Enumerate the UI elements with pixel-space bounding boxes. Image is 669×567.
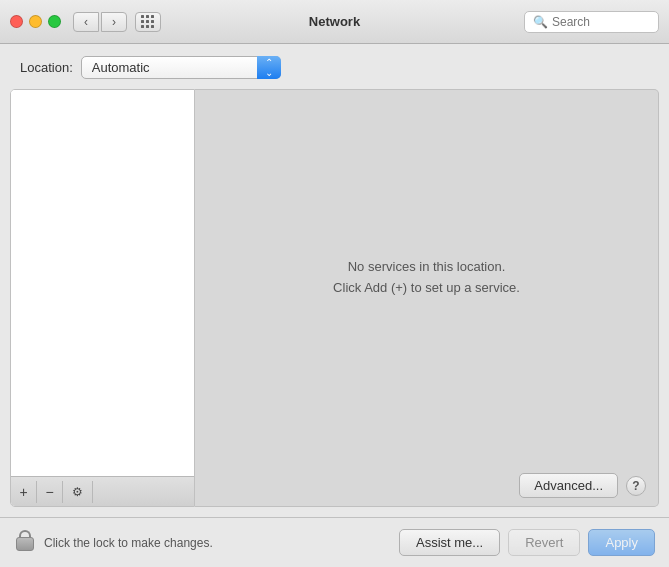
titlebar: ‹ › Network 🔍: [0, 0, 669, 44]
main-content: Location: Automatic Edit Locations... ⌃⌄…: [0, 44, 669, 567]
search-icon: 🔍: [533, 15, 548, 29]
help-button[interactable]: ?: [626, 476, 646, 496]
bottom-buttons: Assist me... Revert Apply: [399, 529, 655, 556]
location-select[interactable]: Automatic Edit Locations...: [81, 56, 281, 79]
grid-view-button[interactable]: [135, 12, 161, 32]
list-controls: + − ⚙: [11, 476, 194, 506]
minimize-button[interactable]: [29, 15, 42, 28]
services-list: [11, 90, 194, 476]
advanced-button[interactable]: Advanced...: [519, 473, 618, 498]
bottom-bar: Click the lock to make changes. Assist m…: [0, 517, 669, 567]
apply-button[interactable]: Apply: [588, 529, 655, 556]
lock-body: [16, 537, 34, 551]
lock-text: Click the lock to make changes.: [44, 536, 399, 550]
window-title: Network: [309, 14, 360, 29]
maximize-button[interactable]: [48, 15, 61, 28]
assist-me-button[interactable]: Assist me...: [399, 529, 500, 556]
location-select-wrapper[interactable]: Automatic Edit Locations... ⌃⌄: [81, 56, 281, 79]
panel-area: + − ⚙ No services in this location. Clic…: [0, 89, 669, 517]
nav-buttons: ‹ ›: [73, 12, 127, 32]
lock-icon[interactable]: [14, 530, 36, 556]
grid-icon: [141, 15, 155, 29]
search-bar[interactable]: 🔍: [524, 11, 659, 33]
revert-button[interactable]: Revert: [508, 529, 580, 556]
add-service-button[interactable]: +: [11, 481, 37, 503]
location-label: Location:: [20, 60, 73, 75]
empty-line2: Click Add (+) to set up a service.: [333, 278, 520, 299]
empty-line1: No services in this location.: [348, 257, 506, 278]
service-options-button[interactable]: ⚙: [63, 481, 93, 503]
advanced-area: Advanced... ?: [195, 465, 658, 506]
empty-message: No services in this location. Click Add …: [195, 90, 658, 465]
services-list-panel: + − ⚙: [10, 89, 195, 507]
close-button[interactable]: [10, 15, 23, 28]
traffic-lights: [10, 15, 61, 28]
service-detail-panel: No services in this location. Click Add …: [195, 89, 659, 507]
back-button[interactable]: ‹: [73, 12, 99, 32]
search-input[interactable]: [552, 15, 650, 29]
remove-service-button[interactable]: −: [37, 481, 63, 503]
forward-button[interactable]: ›: [101, 12, 127, 32]
location-row: Location: Automatic Edit Locations... ⌃⌄: [0, 44, 669, 89]
